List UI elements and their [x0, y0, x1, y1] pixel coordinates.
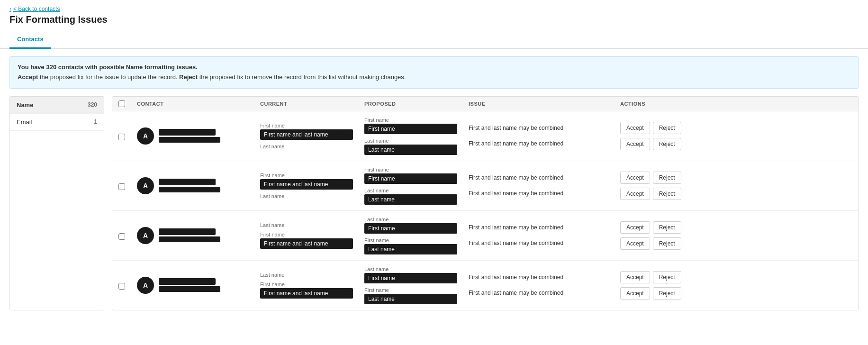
actions-cell: Accept Reject Accept Reject [615, 271, 709, 300]
row-checkbox[interactable] [118, 134, 125, 140]
contact-info [159, 278, 220, 292]
contact-info [159, 179, 220, 192]
action-pair-1: Accept Reject [620, 122, 704, 134]
current-label-2: Last name [260, 144, 353, 149]
action-pair-2: Accept Reject [620, 188, 704, 200]
proposed-label-2: Last name [364, 188, 457, 193]
current-value-2: First name and last name [260, 238, 353, 249]
accept-button-1[interactable]: Accept [620, 221, 650, 234]
current-cell: Last name First name First name and last… [254, 222, 359, 249]
accept-button-2[interactable]: Accept [620, 138, 650, 150]
accept-button-2[interactable]: Accept [620, 237, 650, 250]
issue-cell: First and last name may be combined Firs… [463, 174, 615, 198]
reject-button-1[interactable]: Reject [653, 221, 681, 234]
current-field-2: First name First name and last name [260, 232, 353, 249]
back-to-contacts-link[interactable]: ‹ < Back to contacts [0, 0, 868, 14]
current-field-2: First name First name and last name [260, 281, 353, 299]
reject-button-1[interactable]: Reject [653, 271, 681, 283]
accept-button-1[interactable]: Accept [620, 172, 650, 184]
current-cell: First name First name and last name Last… [254, 172, 359, 199]
contact-info [159, 228, 220, 242]
issue-text-1: First and last name may be combined [469, 174, 609, 182]
action-pair-2: Accept Reject [620, 237, 704, 250]
action-pair-2: Accept Reject [620, 138, 704, 150]
row-checkbox[interactable] [118, 183, 125, 190]
accept-button-1[interactable]: Accept [620, 122, 650, 134]
banner-reject-label: Reject [179, 73, 198, 81]
contact-email-redacted [159, 137, 220, 143]
contact-name-redacted [159, 278, 216, 285]
contact-cell: A [131, 127, 254, 145]
proposed-value-1: First name [364, 124, 457, 134]
action-pair-1: Accept Reject [620, 221, 704, 234]
sidebar-item-name-count: 320 [88, 101, 97, 108]
accept-button-2[interactable]: Accept [620, 188, 650, 200]
issue-text-2: First and last name may be combined [469, 239, 609, 247]
tab-bar: Contacts [0, 31, 868, 49]
main-table: CONTACT CURRENT PROPOSED ISSUE ACTIONS A… [112, 96, 859, 310]
reject-button-2[interactable]: Reject [653, 237, 681, 250]
contact-cell: A [131, 227, 254, 244]
sidebar-item-email[interactable]: Email 1 [10, 114, 104, 131]
issue-text-2: First and last name may be combined [469, 140, 609, 148]
current-value-1: First name and last name [260, 179, 353, 190]
row-checkbox-col [112, 132, 131, 140]
current-label-2: Last name [260, 193, 353, 199]
actions-cell: Accept Reject Accept Reject [615, 172, 709, 200]
select-all-checkbox[interactable] [118, 100, 125, 107]
issue-text-1: First and last name may be combined [469, 273, 609, 281]
accept-button-2[interactable]: Accept [620, 287, 650, 300]
accept-button-1[interactable]: Accept [620, 271, 650, 283]
proposed-label-1: Last name [364, 266, 457, 272]
sidebar-item-email-count: 1 [94, 118, 97, 125]
contact-name-redacted [159, 179, 216, 185]
current-field-2: Last name [260, 193, 353, 199]
current-label-2: First name [260, 232, 353, 237]
reject-button-1[interactable]: Reject [653, 122, 681, 134]
action-pair-1: Accept Reject [620, 271, 704, 283]
page-title: Fix Formatting Issues [0, 14, 868, 31]
proposed-value-2: Last name [364, 194, 457, 205]
banner-bold: You have 320 contacts with possible Name… [18, 64, 198, 71]
contact-email-redacted [159, 286, 220, 292]
current-field-1: Last name [260, 272, 353, 278]
row-checkbox[interactable] [118, 233, 125, 240]
proposed-cell: First name First name Last name Last nam… [359, 167, 463, 205]
reject-button-1[interactable]: Reject [653, 172, 681, 184]
sidebar: Name 320 Email 1 [9, 96, 104, 310]
current-field-1: Last name [260, 222, 353, 228]
avatar: A [137, 127, 154, 145]
contact-info [159, 129, 220, 143]
contact-name-redacted [159, 228, 216, 235]
proposed-label-1: First name [364, 117, 457, 123]
info-banner: You have 320 contacts with possible Name… [9, 56, 859, 89]
proposed-value-2: Last name [364, 145, 457, 155]
table-header: CONTACT CURRENT PROPOSED ISSUE ACTIONS [112, 97, 858, 111]
proposed-field-2: First name Last name [364, 287, 457, 304]
reject-button-2[interactable]: Reject [653, 287, 681, 300]
avatar: A [137, 227, 154, 244]
current-label-1: First name [260, 172, 353, 178]
issue-text-1: First and last name may be combined [469, 124, 609, 132]
proposed-value-2: Last name [364, 244, 457, 254]
tab-contacts[interactable]: Contacts [9, 31, 51, 49]
sidebar-item-name[interactable]: Name 320 [10, 97, 104, 114]
current-label-1: First name [260, 123, 353, 128]
proposed-value-1: First name [364, 273, 457, 283]
current-label-1: Last name [260, 222, 353, 228]
current-label-1: Last name [260, 272, 353, 278]
current-value-2: First name and last name [260, 288, 353, 299]
reject-button-2[interactable]: Reject [653, 188, 681, 200]
banner-accept-label: Accept [18, 73, 38, 81]
current-value-1: First name and last name [260, 129, 353, 140]
row-checkbox-col [112, 281, 131, 290]
actions-cell: Accept Reject Accept Reject [615, 221, 709, 250]
back-arrow-icon: ‹ [9, 6, 11, 12]
reject-button-2[interactable]: Reject [653, 138, 681, 150]
table-row: A First name First name and last name La… [112, 111, 858, 161]
row-checkbox[interactable] [118, 283, 125, 290]
banner-body: Accept the proposed fix for the issue to… [18, 73, 406, 81]
action-pair-2: Accept Reject [620, 287, 704, 300]
header-actions: ACTIONS [615, 101, 709, 107]
proposed-cell: Last name First name First name Last nam… [359, 266, 463, 304]
